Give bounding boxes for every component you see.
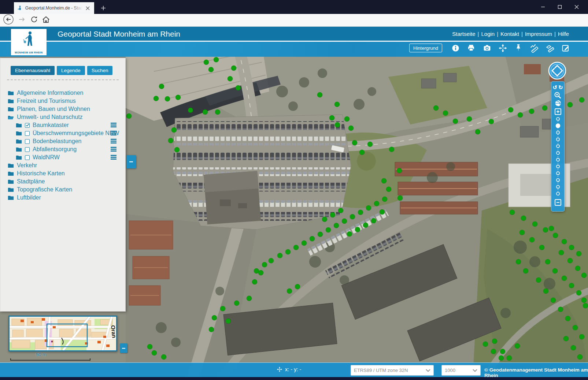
layer-tree-item[interactable]: Stadtpläne — [8, 178, 122, 186]
layer-tree-item[interactable]: Luftbilder — [8, 194, 122, 202]
folder-icon[interactable] — [8, 90, 14, 96]
tree-marker[interactable] — [542, 105, 547, 111]
tree-marker[interactable] — [350, 214, 355, 219]
tree-marker[interactable] — [330, 212, 335, 217]
tree-marker[interactable] — [545, 259, 550, 264]
tree-marker[interactable] — [168, 138, 173, 143]
zoom-extent-icon[interactable] — [554, 99, 562, 107]
tree-marker[interactable] — [159, 84, 164, 89]
tree-marker[interactable] — [397, 195, 403, 201]
tree-marker[interactable] — [515, 343, 520, 349]
tree-marker[interactable] — [335, 122, 340, 127]
tree-marker[interactable] — [499, 355, 504, 361]
tree-marker[interactable] — [382, 197, 387, 202]
zoom-in-icon[interactable] — [555, 108, 561, 115]
overview-map[interactable]: Oran — [8, 316, 117, 351]
tree-marker[interactable] — [355, 227, 360, 232]
tree-marker[interactable] — [269, 258, 274, 263]
tree-marker[interactable] — [295, 284, 300, 289]
tree-marker[interactable] — [277, 253, 282, 258]
panel-tab-legende[interactable]: Legende — [57, 66, 85, 75]
checkbox-unchecked-icon[interactable] — [25, 147, 30, 152]
checkbox-unchecked-icon[interactable] — [25, 139, 30, 144]
close-tab-icon[interactable] — [84, 4, 91, 12]
folder-icon[interactable] — [8, 195, 14, 200]
tree-marker[interactable] — [518, 112, 523, 118]
tree-marker[interactable] — [510, 210, 515, 215]
close-icon[interactable] — [568, 0, 585, 14]
tree-marker[interactable] — [581, 273, 587, 278]
tree-marker[interactable] — [317, 92, 322, 97]
tree-marker[interactable] — [571, 345, 576, 350]
pin-icon[interactable] — [514, 43, 523, 53]
tree-marker[interactable] — [467, 116, 472, 122]
tree-marker[interactable] — [348, 126, 354, 131]
scale-select[interactable]: 1000 — [441, 365, 481, 376]
measure-length-icon[interactable] — [529, 43, 539, 53]
folder-icon[interactable] — [8, 107, 14, 112]
tree-marker[interactable] — [367, 142, 373, 147]
tree-marker[interactable] — [453, 119, 458, 124]
sketch-icon[interactable] — [561, 43, 570, 53]
tree-marker[interactable] — [565, 316, 570, 321]
crs-select[interactable]: ETRS89 / UTM zone 32N — [351, 365, 434, 376]
tree-marker[interactable] — [226, 318, 231, 324]
layer-tree-item[interactable]: Überschwemmungsgebiete NRW — [8, 129, 122, 137]
header-link-impressum[interactable]: Impressum — [525, 31, 552, 37]
tree-marker[interactable] — [326, 227, 331, 232]
tree-marker[interactable] — [366, 205, 371, 211]
tree-marker[interactable] — [576, 290, 581, 295]
panel-tab-ebenenauswahl[interactable]: Ebenenauswahl — [11, 66, 55, 75]
tree-marker[interactable] — [397, 168, 402, 173]
tree-marker[interactable] — [126, 113, 132, 119]
tree-marker[interactable] — [342, 219, 347, 224]
tree-marker[interactable] — [215, 109, 220, 115]
rotate-right-icon[interactable]: ↻ — [558, 84, 563, 91]
layer-tree-item[interactable]: Umwelt- und Naturschutz — [8, 113, 122, 121]
zoom-slider-stop[interactable] — [556, 185, 559, 188]
layer-tree-item[interactable]: Planen, Bauen und Wohnen — [8, 105, 122, 113]
zoom-slider[interactable] — [555, 116, 561, 198]
tree-marker[interactable] — [489, 119, 494, 124]
folder-icon[interactable] — [8, 98, 14, 104]
tree-marker[interactable] — [231, 66, 236, 71]
tree-marker[interactable] — [371, 218, 376, 223]
tree-marker[interactable] — [188, 108, 193, 113]
folder-icon[interactable] — [8, 187, 14, 192]
layer-menu-icon[interactable] — [111, 123, 117, 127]
tree-marker[interactable] — [558, 307, 563, 312]
new-tab-button[interactable] — [98, 3, 108, 13]
tree-marker[interactable] — [523, 268, 528, 273]
tree-marker[interactable] — [380, 209, 385, 215]
info-icon[interactable] — [451, 43, 460, 53]
tree-marker[interactable] — [553, 233, 558, 238]
panel-tab-suchen[interactable]: Suchen — [87, 66, 113, 75]
zoom-box-icon[interactable] — [554, 91, 562, 99]
layer-tree-item[interactable]: Baumkataster — [8, 121, 122, 129]
minimize-icon[interactable] — [535, 0, 551, 14]
reload-icon[interactable] — [30, 15, 38, 25]
tree-marker[interactable] — [322, 217, 327, 222]
tree-marker[interactable] — [433, 105, 439, 111]
forward-icon[interactable] — [18, 15, 26, 25]
zoom-slider-stop[interactable] — [556, 138, 559, 141]
layer-tree-item[interactable]: Topografische Karten — [8, 186, 122, 194]
layer-tree-item[interactable]: Abfallentsorgung — [8, 145, 122, 153]
tree-marker[interactable] — [208, 67, 214, 72]
tree-marker[interactable] — [579, 97, 584, 103]
tree-marker[interactable] — [171, 127, 177, 133]
tree-marker[interactable] — [344, 116, 350, 122]
tree-marker[interactable] — [529, 109, 534, 114]
folder-icon[interactable] — [16, 147, 22, 152]
tree-marker[interactable] — [318, 232, 323, 237]
tree-marker[interactable] — [285, 249, 291, 254]
tree-marker[interactable] — [516, 259, 521, 264]
tree-marker[interactable] — [334, 223, 339, 228]
tree-marker[interactable] — [508, 107, 513, 112]
tree-marker[interactable] — [549, 226, 554, 231]
tree-marker[interactable] — [567, 258, 573, 263]
tree-marker[interactable] — [165, 96, 170, 101]
tree-marker[interactable] — [258, 270, 263, 275]
tree-marker[interactable] — [539, 245, 544, 250]
tree-marker[interactable] — [569, 283, 574, 288]
